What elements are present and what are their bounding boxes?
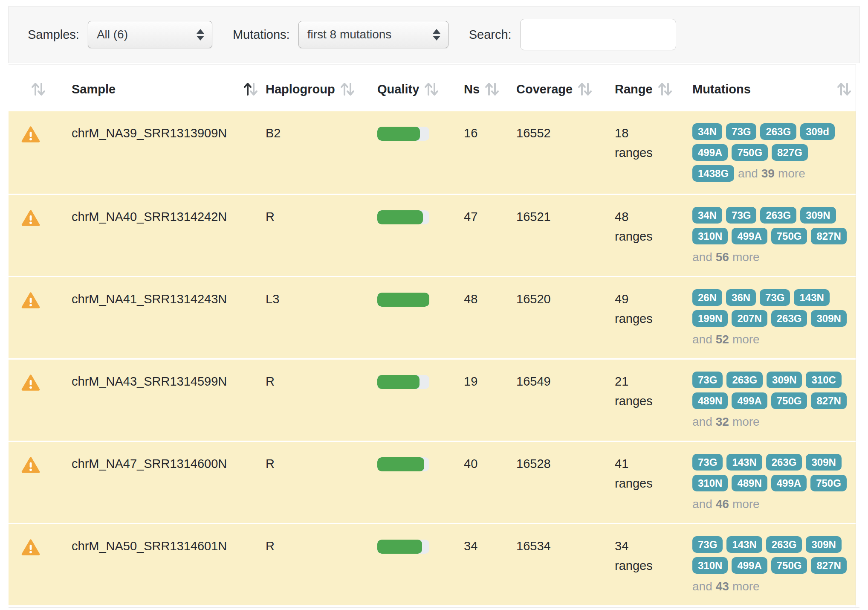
coverage-value: 16521 bbox=[516, 210, 551, 224]
mutations-select[interactable]: first 8 mutations bbox=[298, 21, 448, 48]
mutation-badge: 263G bbox=[726, 372, 763, 388]
sample-name: chrM_NA40_SRR1314242N bbox=[72, 210, 227, 224]
samples-select-value: All (6) bbox=[97, 28, 128, 41]
mutation-badge: 827N bbox=[811, 392, 846, 409]
sort-icon bbox=[484, 81, 500, 98]
sort-icon bbox=[423, 81, 440, 98]
samples-table: Sample Haplogroup Quality Ns bbox=[9, 64, 856, 607]
range-count: 21 bbox=[615, 372, 686, 391]
mutation-badge: 263G bbox=[766, 454, 802, 471]
table-header-row: Sample Haplogroup Quality Ns bbox=[9, 65, 856, 111]
column-header-quality[interactable]: Quality bbox=[374, 65, 460, 111]
mutations-label: Mutations: bbox=[233, 28, 290, 42]
mutation-badge: 263G bbox=[766, 536, 802, 553]
more-mutations-text: and46more bbox=[692, 496, 760, 512]
column-header-mutations[interactable]: Mutations bbox=[689, 65, 856, 111]
range-label: ranges bbox=[615, 473, 686, 493]
mutation-badge: 827G bbox=[772, 144, 808, 161]
mutations-list: 73G143N263G309N310N489N499A750Gand46more bbox=[692, 454, 852, 515]
mutations-filter-group: Mutations: first 8 mutations bbox=[233, 21, 448, 48]
ns-value: 48 bbox=[464, 292, 477, 306]
column-header-range[interactable]: Range bbox=[611, 65, 689, 111]
haplogroup-value: R bbox=[266, 375, 275, 388]
sort-icon bbox=[243, 81, 259, 98]
mutations-list: 26N36N73G143N199N207N263G309Nand52more bbox=[692, 289, 852, 351]
mutation-badge: 499A bbox=[732, 228, 767, 244]
mutation-badge: 73G bbox=[726, 123, 756, 140]
column-header-haplogroup[interactable]: Haplogroup bbox=[262, 65, 374, 111]
mutation-badge: 750G bbox=[771, 392, 807, 409]
warning-icon[interactable] bbox=[21, 462, 40, 476]
mutation-badge: 143N bbox=[726, 454, 762, 471]
sample-name: chrM_NA50_SRR1314601N bbox=[72, 539, 227, 553]
samples-select[interactable]: All (6) bbox=[88, 21, 212, 48]
column-header-sample[interactable]: Sample bbox=[68, 65, 262, 111]
mutation-badge: 73G bbox=[692, 372, 723, 388]
quality-bar-fill bbox=[377, 540, 422, 554]
sort-icon bbox=[657, 81, 673, 98]
coverage-value: 16552 bbox=[516, 126, 551, 140]
mutation-badge: 499A bbox=[692, 144, 728, 161]
sort-icon bbox=[577, 81, 593, 98]
sort-icon bbox=[339, 81, 356, 98]
more-mutations-text: and56more bbox=[692, 249, 760, 265]
coverage-value: 16528 bbox=[516, 457, 551, 471]
table-row[interactable]: chrM_NA47_SRR1314600N R 40 16528 41 rang… bbox=[9, 442, 856, 524]
warning-icon[interactable] bbox=[21, 545, 40, 558]
table-row[interactable]: chrM_NA43_SRR1314599N R 19 16549 21 rang… bbox=[9, 359, 856, 442]
sample-name: chrM_NA43_SRR1314599N bbox=[72, 375, 227, 388]
warning-icon[interactable] bbox=[21, 215, 40, 229]
table-row[interactable]: chrM_NA39_SRR1313909N B2 16 16552 18 ran… bbox=[9, 111, 856, 195]
range-count: 48 bbox=[615, 207, 686, 227]
mutation-badge: 36N bbox=[726, 289, 756, 306]
range-label: ranges bbox=[615, 556, 686, 575]
mutation-badge: 263G bbox=[760, 123, 796, 140]
mutation-badge: 309N bbox=[806, 536, 841, 553]
warning-icon[interactable] bbox=[21, 298, 40, 311]
mutation-badge: 310N bbox=[692, 475, 728, 491]
quality-bar bbox=[377, 293, 429, 307]
more-mutations-text: and52more bbox=[692, 331, 760, 348]
mutation-badge: 310N bbox=[692, 228, 728, 244]
table-row[interactable]: chrM_NA40_SRR1314242N R 47 16521 48 rang… bbox=[9, 195, 856, 277]
more-mutations-text: and32more bbox=[692, 413, 760, 430]
filter-toolbar: Samples: All (6) Mutations: first 8 muta… bbox=[9, 6, 859, 63]
mutation-badge: 143N bbox=[794, 289, 829, 306]
column-header-coverage[interactable]: Coverage bbox=[513, 65, 611, 111]
quality-bar-fill bbox=[377, 375, 420, 389]
ns-value: 47 bbox=[464, 210, 477, 224]
quality-bar-fill bbox=[377, 210, 423, 224]
range-label: ranges bbox=[615, 309, 686, 328]
mutation-badge: 207N bbox=[732, 310, 767, 327]
coverage-value: 16549 bbox=[516, 375, 551, 388]
quality-bar-fill bbox=[377, 457, 424, 471]
quality-bar bbox=[377, 375, 429, 389]
warning-icon[interactable] bbox=[21, 380, 40, 394]
column-header-status[interactable] bbox=[9, 65, 68, 111]
mutation-badge: 499A bbox=[732, 392, 767, 409]
mutations-list: 34N73G263G309d499A750G827G1438Gand39more bbox=[692, 123, 852, 186]
mutation-badge: 309N bbox=[800, 207, 836, 224]
quality-bar bbox=[377, 457, 429, 471]
quality-bar-fill bbox=[377, 293, 429, 307]
more-mutations-text: and39more bbox=[738, 165, 805, 182]
range-count: 18 bbox=[615, 123, 686, 143]
mutation-badge: 310C bbox=[806, 372, 841, 388]
column-header-ns[interactable]: Ns bbox=[460, 65, 513, 111]
mutation-badge: 310N bbox=[692, 557, 728, 574]
mutation-badge: 34N bbox=[692, 123, 722, 140]
table-row[interactable]: chrM_NA41_SRR1314243N L3 48 16520 49 ran… bbox=[9, 277, 856, 359]
warning-icon[interactable] bbox=[21, 132, 40, 145]
range-count: 49 bbox=[615, 289, 686, 309]
range-label: ranges bbox=[615, 143, 686, 163]
haplogroup-value: B2 bbox=[266, 126, 281, 140]
more-mutations-text: and43more bbox=[692, 578, 760, 595]
range-label: ranges bbox=[615, 227, 686, 246]
search-input[interactable] bbox=[520, 19, 676, 50]
mutation-badge: 263G bbox=[771, 310, 807, 327]
mutation-badge: 750G bbox=[771, 557, 807, 574]
mutation-badge: 750G bbox=[771, 228, 807, 244]
mutation-badge: 263G bbox=[760, 207, 796, 224]
mutation-badge: 499A bbox=[771, 475, 807, 491]
table-row[interactable]: chrM_NA50_SRR1314601N R 34 16534 34 rang… bbox=[9, 524, 856, 606]
